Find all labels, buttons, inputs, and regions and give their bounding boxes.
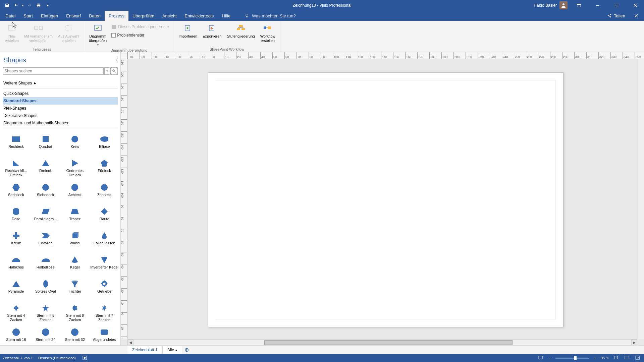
user-account[interactable]: Fabio Basler bbox=[534, 1, 568, 9]
tab-entwicklertools[interactable]: Entwicklertools bbox=[181, 11, 218, 21]
shape-semicircle[interactable]: Halbkreis bbox=[1, 254, 31, 278]
tab-start[interactable]: Start bbox=[19, 11, 37, 21]
close-ribbon-button[interactable] bbox=[631, 14, 641, 18]
save-button[interactable] bbox=[3, 1, 11, 10]
shape-drop[interactable]: Fallen lassen bbox=[90, 230, 119, 254]
search-button[interactable] bbox=[110, 67, 118, 75]
shape-ltri[interactable]: Gedrehtes Dreieck bbox=[60, 158, 90, 181]
tab-datei[interactable]: Datei bbox=[1, 11, 19, 21]
maximize-button[interactable] bbox=[609, 0, 624, 11]
close-button[interactable] bbox=[628, 0, 643, 11]
exportieren-button[interactable]: Exportieren bbox=[201, 22, 223, 39]
zoom-level[interactable]: 95 % bbox=[601, 356, 609, 360]
shape-hex[interactable]: Sechseck bbox=[1, 182, 31, 205]
undo-button[interactable] bbox=[12, 1, 21, 10]
weitere-shapes-item[interactable]: Weitere Shapes ▶ bbox=[3, 79, 118, 87]
search-dropdown-button[interactable]: ▼ bbox=[104, 67, 110, 75]
vertical-scrollbar[interactable] bbox=[638, 59, 644, 339]
ruler-tick: 140 bbox=[381, 52, 393, 59]
shape-semiellipse[interactable]: Halbellipse bbox=[31, 254, 60, 278]
shape-para[interactable]: Parallelogra... bbox=[31, 206, 60, 230]
shape-pent[interactable]: Fünfeck bbox=[90, 158, 119, 181]
stencil-item-diagramm[interactable]: Diagramm- und Mathematik-Shapes bbox=[3, 119, 118, 127]
shape-cone[interactable]: Kegel bbox=[60, 254, 90, 278]
scroll-thumb[interactable] bbox=[264, 340, 513, 345]
tab-ansicht[interactable]: Ansicht bbox=[158, 11, 181, 21]
stencil-item-standard[interactable]: Standard-Shapes bbox=[3, 97, 118, 105]
stencil-item-dekorative[interactable]: Dekorative Shapes bbox=[3, 112, 118, 119]
shape-gear[interactable]: Getriebe bbox=[90, 279, 119, 302]
zoom-handle[interactable] bbox=[574, 356, 577, 360]
add-sheet-button[interactable]: ⊕ bbox=[182, 347, 191, 353]
shape-rtri[interactable]: Rechtwinkli... Dreieck bbox=[1, 158, 31, 181]
page-indicator[interactable]: Zeichenbl. 1 von 1 bbox=[3, 356, 33, 360]
sheet-tab-all[interactable]: Alle ▴ bbox=[163, 346, 182, 354]
shape-rounded[interactable]: Abgerundetes bbox=[90, 327, 119, 345]
shape-cross[interactable]: Kreuz bbox=[1, 230, 31, 254]
shape-star4[interactable]: Stern mit 4 Zacken bbox=[1, 303, 31, 326]
language-indicator[interactable]: Deutsch (Deutschland) bbox=[38, 356, 76, 360]
presentation-mode-button[interactable] bbox=[537, 356, 544, 360]
shapes-search-input[interactable] bbox=[3, 67, 104, 75]
stufengliederung-button[interactable]: Stufengliederung bbox=[225, 22, 257, 39]
tell-me-search[interactable]: Was möchten Sie tun? bbox=[245, 11, 296, 21]
drawing-canvas-area[interactable]: -70-60-50-40-30-20-100102030405060708090… bbox=[121, 52, 644, 345]
share-button[interactable]: Teilen bbox=[604, 13, 629, 18]
shape-funnel[interactable]: Trichter bbox=[60, 279, 90, 302]
shape-tri[interactable]: Dreieck bbox=[31, 158, 60, 181]
shape-pyr[interactable]: Pyramide bbox=[1, 279, 31, 302]
zoom-out-button[interactable]: − bbox=[547, 356, 552, 360]
shape-star24[interactable]: Stern mit 24 bbox=[31, 327, 60, 345]
minimize-button[interactable] bbox=[590, 0, 605, 11]
tab-entwurf[interactable]: Entwurf bbox=[62, 11, 85, 21]
shape-oct[interactable]: Achteck bbox=[60, 182, 90, 205]
ribbon-display-button[interactable] bbox=[572, 0, 586, 11]
tab-ueberpruefen[interactable]: Überprüfen bbox=[128, 11, 158, 21]
fit-page-button[interactable] bbox=[612, 356, 620, 360]
qat-customize-icon[interactable]: ▾ bbox=[44, 1, 52, 10]
horizontal-scrollbar[interactable]: ◂ ▸ bbox=[127, 339, 637, 345]
tab-hilfe[interactable]: Hilfe bbox=[218, 11, 234, 21]
shape-can[interactable]: Dose bbox=[1, 206, 31, 230]
drawing-page[interactable] bbox=[208, 72, 564, 327]
pan-zoom-button[interactable] bbox=[634, 356, 641, 360]
shape-star32[interactable]: Stern mit 32 bbox=[60, 327, 90, 345]
importieren-button[interactable]: Importieren bbox=[177, 22, 200, 39]
scroll-left-button[interactable]: ◂ bbox=[127, 340, 133, 346]
problemfenster-checkbox[interactable]: Problemfenster bbox=[110, 32, 171, 38]
diagramm-ueberpruefen-button[interactable]: Diagramm überprüfen ▼ bbox=[87, 22, 109, 48]
shape-label: Trichter bbox=[69, 289, 81, 294]
shape-diamond[interactable]: Raute bbox=[90, 206, 119, 230]
collapse-shapes-button[interactable]: 〈 bbox=[113, 57, 118, 64]
shape-star16[interactable]: Stern mit 16 bbox=[1, 327, 31, 345]
shape-icone[interactable]: Invertierter Kegel bbox=[90, 254, 119, 278]
stencil-item-pfeil[interactable]: Pfeil-Shapes bbox=[3, 105, 118, 112]
shape-chev[interactable]: Chevron bbox=[31, 230, 60, 254]
tab-prozess[interactable]: Prozess bbox=[105, 11, 128, 21]
print-button[interactable] bbox=[34, 1, 43, 10]
undo-dropdown-icon[interactable]: ▼ bbox=[21, 4, 24, 7]
stencil-item-quick[interactable]: Quick-Shapes bbox=[3, 90, 118, 97]
zoom-slider[interactable] bbox=[555, 358, 589, 359]
shape-trap[interactable]: Trapez bbox=[60, 206, 90, 230]
shape-pointoval[interactable]: Spitzes Oval bbox=[31, 279, 60, 302]
shape-ellipse[interactable]: Ellipse bbox=[90, 134, 119, 157]
macro-recording-button[interactable] bbox=[81, 356, 88, 361]
workflow-erstellen-button[interactable]: Workflow erstellen bbox=[258, 22, 277, 44]
shape-hept[interactable]: Siebeneck bbox=[31, 182, 60, 205]
sheet-tab-1[interactable]: Zeichenblatt-1 bbox=[127, 346, 163, 354]
scroll-right-button[interactable]: ▸ bbox=[631, 340, 637, 346]
zoom-in-button[interactable]: + bbox=[592, 356, 597, 360]
shape-dec[interactable]: Zehneck bbox=[90, 182, 119, 205]
shape-rect[interactable]: Rechteck bbox=[1, 134, 31, 157]
tab-daten[interactable]: Daten bbox=[85, 11, 105, 21]
shape-star7[interactable]: Stern mit 7 Zacken bbox=[90, 303, 119, 326]
redo-button[interactable] bbox=[25, 1, 34, 10]
fit-width-button[interactable] bbox=[623, 356, 631, 360]
shape-star6[interactable]: Stern mit 6 Zacken bbox=[60, 303, 90, 326]
shape-circle[interactable]: Kreis bbox=[60, 134, 90, 157]
shape-star5[interactable]: Stern mit 5 Zacken bbox=[31, 303, 60, 326]
shape-cube[interactable]: Würfel bbox=[60, 230, 90, 254]
tab-einfuegen[interactable]: Einfügen bbox=[37, 11, 62, 21]
shape-square[interactable]: Quadrat bbox=[31, 134, 60, 157]
